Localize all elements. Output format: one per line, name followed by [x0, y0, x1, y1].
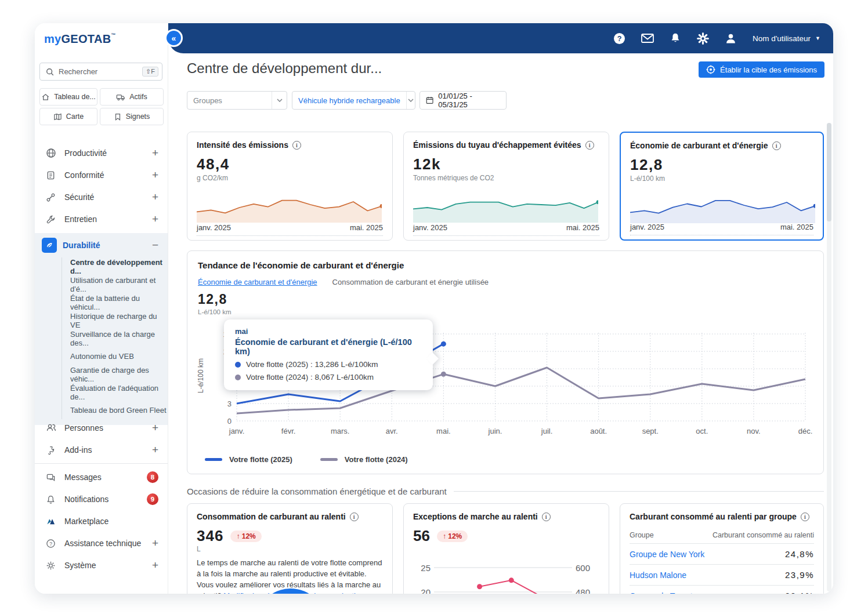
help-circle-icon: ? — [45, 538, 56, 549]
collapse-section-icon[interactable]: − — [152, 239, 158, 252]
sidebar-item-assistance[interactable]: ? Assistance technique + — [35, 532, 168, 554]
truck-icon — [116, 93, 125, 101]
submenu-item[interactable]: Évaluation de l'adéquation de... — [62, 383, 168, 401]
submenu-item[interactable]: État de la batterie du véhicul... — [62, 293, 168, 311]
info-icon[interactable]: i — [292, 141, 301, 150]
people-icon — [45, 423, 56, 434]
expand-icon[interactable]: + — [152, 537, 158, 550]
sidebar-menu: Productivité + Conformité + Sécurité + E… — [35, 142, 168, 230]
kpi-title: Intensité des émissions — [197, 140, 288, 150]
submenu-item[interactable]: Autonomie du VEB — [62, 347, 168, 365]
group-value: 24,8% — [785, 549, 814, 559]
menu-label: Conformité — [64, 170, 152, 180]
page-title: Centre de développement dur... — [187, 60, 382, 77]
dashboard-button[interactable]: Tableau de... — [39, 88, 97, 106]
date-range-picker[interactable]: 01/01/25 - 05/31/25 — [419, 91, 507, 110]
bookmarks-button[interactable]: Signets — [100, 108, 164, 125]
logo-geotab: GEOTAB — [62, 32, 111, 45]
group-link[interactable]: Hudson Malone — [630, 571, 686, 580]
group-value: 23,9% — [785, 570, 814, 580]
sidebar-divider — [35, 463, 168, 464]
group-table: Groupe Carburant consommé au ralenti Gro… — [630, 528, 814, 594]
tooltip-title: Économie de carburant et d'énergie (L-é/… — [235, 337, 422, 356]
kpi-title: Économie de carburant et d'énergie — [630, 141, 768, 150]
map-button[interactable]: Carte — [39, 108, 97, 125]
info-icon[interactable]: i — [801, 513, 809, 521]
sidebar-item-messages[interactable]: Messages 8 — [35, 466, 168, 488]
gear-icon[interactable] — [697, 32, 710, 45]
leaf-icon — [42, 238, 57, 253]
search-input[interactable]: Rechercher ⇧F — [39, 63, 162, 81]
sidebar-item-conformite[interactable]: Conformité + — [35, 164, 168, 186]
expand-icon[interactable]: + — [152, 169, 158, 181]
sidebar-item-systeme[interactable]: Système + — [35, 554, 168, 576]
globe-icon — [45, 148, 56, 159]
section-title: Occasions de réduire la consommation éne… — [187, 486, 447, 496]
expand-icon[interactable]: + — [152, 559, 158, 572]
map-icon — [53, 112, 62, 121]
mail-icon[interactable] — [641, 32, 654, 45]
tab-fuel-energy-consumed[interactable]: Consommation de carburant et énergie uti… — [332, 278, 489, 286]
submenu-item[interactable]: Surveillance de la charge des... — [62, 329, 168, 347]
bell-icon — [45, 494, 56, 505]
sidebar-item-notifications[interactable]: Notifications 9 — [35, 488, 168, 510]
submenu-item[interactable]: Centre de développement d... — [62, 257, 168, 275]
puzzle-icon — [45, 445, 56, 456]
sidebar-item-personnes[interactable]: Personnes + — [35, 417, 168, 439]
menu-label: Durabilité — [63, 241, 152, 250]
button-label: Établir la cible des émissions — [720, 66, 817, 74]
expand-icon[interactable]: + — [152, 191, 158, 204]
menu-label: Notifications — [64, 495, 147, 504]
quick-label: Tableau de... — [54, 93, 96, 101]
expand-icon[interactable]: + — [152, 213, 158, 226]
search-placeholder: Rechercher — [59, 67, 138, 76]
expand-icon[interactable]: + — [152, 147, 158, 159]
idle-exceptions-value: 56 — [413, 527, 430, 545]
bookmark-icon — [114, 112, 122, 121]
sparkline-chart — [630, 187, 813, 223]
menu-label: Personnes — [64, 423, 152, 433]
submenu-item[interactable]: Utilisation de carburant et d'é... — [62, 275, 168, 293]
tooltip-rows: Votre flotte (2025) : 13,286 L-é/100kmVo… — [235, 360, 422, 382]
groups-select[interactable]: Groupes — [187, 91, 287, 110]
sidebar-item-marketplace[interactable]: Marketplace — [35, 510, 168, 532]
info-icon[interactable]: i — [542, 513, 551, 521]
expand-icon[interactable]: + — [152, 422, 158, 434]
info-icon[interactable]: i — [350, 513, 359, 521]
scrollbar[interactable] — [827, 123, 831, 591]
trend-title: Tendance de l'économie de carburant et d… — [198, 260, 404, 270]
sidebar-item-addins[interactable]: Add-ins + — [35, 439, 168, 461]
group-link[interactable]: Groupe de Toronto — [630, 591, 697, 594]
scrollbar-thumb[interactable] — [827, 123, 831, 221]
y-axis-label: L-é/100 km — [197, 338, 205, 413]
legend-item[interactable]: Votre flotte (2025) — [205, 455, 292, 464]
user-menu[interactable]: Nom d'utilisateur ▼ — [753, 34, 820, 43]
group-link[interactable]: Groupe de New York — [630, 550, 704, 559]
table-row: Groupe de New York24,8% — [630, 543, 814, 564]
sidebar-item-durabilite[interactable]: Durabilité − — [35, 233, 168, 257]
help-icon[interactable]: ? — [613, 32, 626, 45]
kpi-card-fuel-energy-economy[interactable]: Économie de carburant et d'énergiei 12,8… — [620, 132, 824, 241]
assets-button[interactable]: Actifs — [100, 88, 164, 106]
sidebar-item-securite[interactable]: Sécurité + — [35, 186, 168, 208]
sidebar-item-entretien[interactable]: Entretien + — [35, 208, 168, 230]
info-icon[interactable]: i — [772, 141, 781, 150]
main-content: Centre de développement dur... Établir l… — [168, 53, 833, 594]
submenu-item[interactable]: Historique de recharge du VE — [62, 311, 168, 329]
sidebar-item-productivite[interactable]: Productivité + — [35, 142, 168, 164]
kpi-unit: L-é/100 km — [630, 175, 813, 183]
set-emissions-target-button[interactable]: Établir la cible des émissions — [699, 61, 824, 78]
legend-item[interactable]: Votre flotte (2024) — [320, 455, 408, 464]
bell-icon[interactable] — [669, 32, 682, 45]
expand-icon[interactable]: + — [152, 444, 158, 456]
user-icon[interactable] — [725, 32, 737, 45]
kpi-card-tailpipe-emissions-avoided[interactable]: Émissions du tuyau d'échappement évitées… — [403, 132, 609, 241]
info-icon[interactable]: i — [585, 141, 594, 150]
tab-fuel-energy-economy[interactable]: Économie de carburant et d'énergie — [198, 278, 317, 286]
column-header-group: Groupe — [630, 531, 654, 539]
kpi-card-emissions-intensity[interactable]: Intensité des émissionsi 48,4 g CO2/km j… — [187, 132, 393, 241]
svg-text:juil.: juil. — [541, 427, 553, 435]
submenu-item[interactable]: Garantie de charge des véhic... — [62, 365, 168, 383]
vehicle-type-select[interactable]: Véhicule hybride rechargeable — [292, 91, 415, 110]
sidebar-collapse-button[interactable]: « — [165, 29, 183, 47]
